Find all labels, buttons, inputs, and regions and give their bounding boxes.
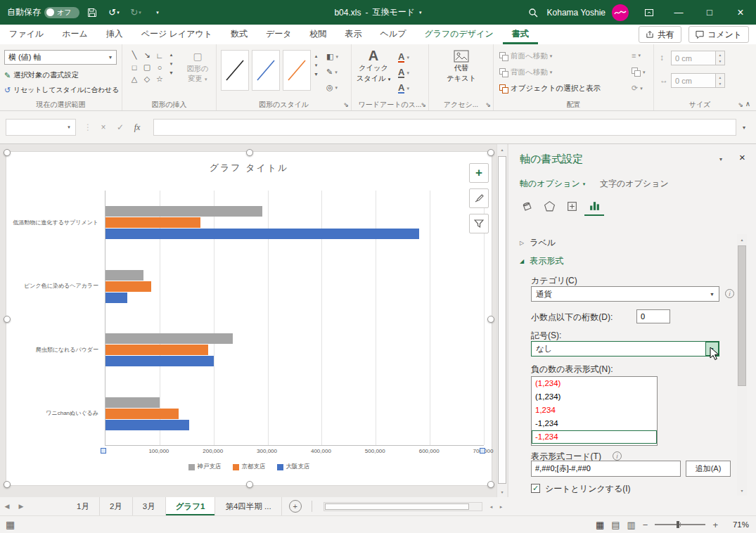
ribbon-display-options-button[interactable]	[635, 3, 663, 23]
sheet-nav-left[interactable]: ◀	[0, 497, 14, 515]
chart-bar[interactable]	[105, 397, 160, 408]
triangle-shape-icon[interactable]: △	[128, 73, 141, 85]
rotate-button[interactable]: ⟳▾	[632, 84, 643, 93]
chart-bar[interactable]	[105, 217, 200, 228]
scrollbar-thumb[interactable]	[738, 245, 746, 386]
chart-resize-handle[interactable]	[4, 316, 11, 323]
x-axis-tick-label[interactable]: 500,000	[365, 448, 385, 454]
ribbon-tab[interactable]: 挿入	[97, 25, 132, 44]
document-title[interactable]: b04.xls - 互換モード ▾	[334, 6, 421, 18]
negative-format-option[interactable]: -1,234	[532, 417, 657, 430]
page-break-view-button[interactable]: ▥	[627, 520, 636, 530]
star-shape-icon[interactable]: ☆	[153, 73, 166, 85]
new-sheet-button[interactable]: +	[289, 500, 302, 513]
ribbon-tab[interactable]: 表示	[336, 25, 371, 44]
oval-shape-icon[interactable]: ○	[153, 61, 166, 73]
x-axis-tick-label[interactable]: 200,000	[203, 448, 223, 454]
autosave-toggle[interactable]: オフ	[44, 7, 79, 18]
chart-elements-button[interactable]: +	[469, 163, 489, 183]
chart-resize-handle[interactable]	[246, 481, 253, 488]
symbol-combobox[interactable]: なし ▼	[531, 341, 719, 357]
scroll-left-button[interactable]: ◂	[487, 502, 496, 511]
chart-legend[interactable]: 神戸支店京都支店大阪支店	[6, 463, 492, 471]
add-format-button[interactable]: 追加(A)	[686, 461, 731, 477]
text-effects-button[interactable]: A▾	[398, 83, 409, 94]
format-selection-button[interactable]: ✎ 選択対象の書式設定	[4, 70, 79, 80]
format-code-input[interactable]	[532, 464, 680, 474]
y-axis-category-label[interactable]: 爬虫類になれるパウダー	[6, 318, 102, 382]
zoom-slider[interactable]	[655, 524, 705, 525]
chart-bar[interactable]	[105, 356, 214, 366]
redo-button[interactable]: ↻▾	[127, 3, 145, 23]
x-axis-tick-label[interactable]: 600,000	[419, 448, 440, 454]
shape-style-preview[interactable]	[221, 50, 249, 91]
ribbon-tab[interactable]: ホーム	[53, 25, 97, 44]
info-icon[interactable]: i	[613, 451, 622, 461]
ribbon-tab[interactable]: ファイル	[0, 25, 53, 44]
ribbon-tab[interactable]: 数式	[222, 25, 257, 44]
maximize-button[interactable]: □	[694, 0, 725, 25]
decimal-places-field[interactable]	[636, 309, 670, 323]
section-labels[interactable]: ▷ ラベル	[520, 237, 556, 249]
negative-format-option[interactable]: (1,234)	[532, 377, 657, 390]
rectangle-shape-icon[interactable]: □	[128, 61, 141, 73]
chart-bar[interactable]	[105, 206, 262, 217]
effects-icon[interactable]	[539, 196, 559, 216]
sheet-tab[interactable]: 第4四半期 ...	[215, 497, 281, 515]
name-box-input[interactable]	[6, 122, 63, 132]
category-combobox[interactable]: 通貨 ▼	[531, 286, 719, 302]
ribbon-tab[interactable]: ヘルプ	[371, 25, 416, 44]
pane-options-button[interactable]: ▾	[719, 156, 722, 162]
elbow-connector-icon[interactable]: ∟	[153, 49, 166, 61]
shape-effects-button[interactable]: ◎▾	[326, 83, 338, 92]
section-number-format[interactable]: ◢ 表示形式	[520, 255, 563, 267]
name-box[interactable]: ▾	[6, 119, 76, 136]
chart-title[interactable]: グラフ タイトル	[6, 162, 492, 174]
scroll-down-button[interactable]: ▾	[737, 485, 747, 496]
line-shape-icon[interactable]: ╲	[128, 49, 141, 61]
confirm-entry-button[interactable]: ✓	[113, 119, 128, 136]
close-button[interactable]: ×	[725, 0, 756, 25]
scroll-down-button[interactable]: ▾	[497, 487, 507, 497]
collapse-ribbon-button[interactable]: ∧	[745, 100, 750, 108]
bring-forward-button[interactable]: 前面へ移動 ▾	[499, 51, 552, 61]
chart-resize-handle[interactable]	[487, 481, 494, 488]
ribbon-tab[interactable]: 校閲	[301, 25, 336, 44]
y-axis-category-label[interactable]: 低温動物に進化するサプリメント	[6, 191, 102, 255]
chart-resize-handle[interactable]	[4, 481, 11, 488]
shape-height-field[interactable]: 0 cm	[671, 51, 716, 65]
sheet-tab[interactable]: 3月	[133, 497, 166, 515]
gallery-more-icon[interactable]: ▼	[314, 72, 319, 77]
text-fill-button[interactable]: A▾	[398, 52, 409, 63]
gallery-up-icon[interactable]: ▴	[315, 53, 318, 59]
shape-outline-button[interactable]: ✎▾	[326, 68, 338, 77]
chart-bar[interactable]	[105, 409, 179, 419]
share-button[interactable]: 共有	[639, 26, 681, 43]
diamond-shape-icon[interactable]: ◇	[141, 73, 153, 85]
zoom-in-button[interactable]: +	[712, 520, 718, 530]
text-outline-button[interactable]: A▾	[398, 68, 409, 78]
height-spinner[interactable]: ▴▾	[716, 51, 725, 65]
formula-input[interactable]	[153, 119, 736, 136]
shape-style-preview[interactable]	[283, 50, 311, 91]
expand-formula-bar-button[interactable]: ▾	[736, 119, 752, 136]
format-code-field[interactable]	[531, 461, 681, 477]
width-spinner[interactable]: ▴▾	[716, 73, 725, 88]
chart-resize-handle[interactable]	[487, 149, 494, 156]
negative-format-option[interactable]: 1,234	[532, 404, 657, 417]
user-name[interactable]: Kohama Yoshie	[547, 8, 606, 18]
chart-object[interactable]: グラフ タイトル + 低温動物に進化するサプリメントピンク色に染めるヘアカラー爬…	[6, 151, 492, 486]
zoom-slider-thumb[interactable]	[677, 521, 679, 528]
info-icon[interactable]: i	[725, 289, 734, 298]
avatar[interactable]	[612, 4, 629, 21]
quick-styles-button[interactable]: A クイック スタイル ▾	[353, 49, 394, 84]
chart-resize-handle[interactable]	[246, 149, 253, 156]
x-axis-tick-label[interactable]: 300,000	[257, 448, 277, 454]
cancel-entry-button[interactable]: ×	[96, 119, 111, 136]
zoom-out-button[interactable]: −	[643, 520, 648, 530]
gallery-down-icon[interactable]: ▾	[170, 61, 173, 67]
send-backward-button[interactable]: 背面へ移動 ▾	[499, 68, 552, 77]
insert-function-button[interactable]: fx	[129, 119, 145, 136]
chart-bar[interactable]	[105, 333, 233, 344]
align-button[interactable]: ≡▾	[632, 51, 641, 60]
